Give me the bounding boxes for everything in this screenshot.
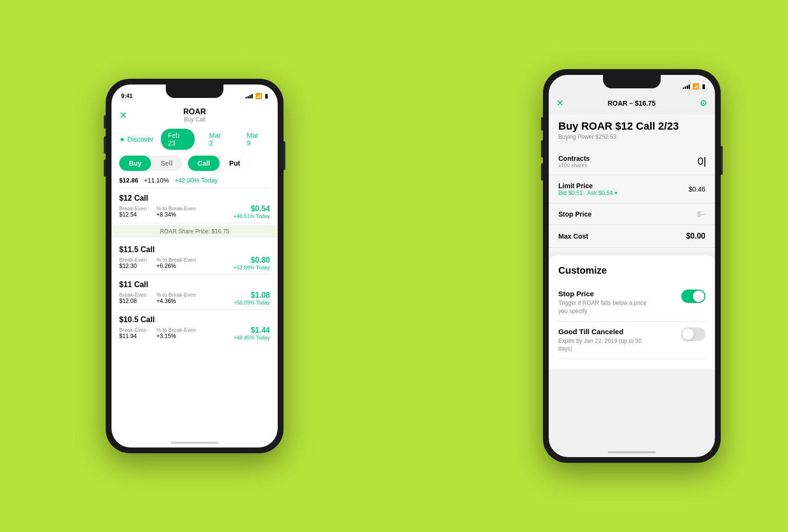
stop-price-row[interactable]: Stop Price $-- <box>549 204 715 225</box>
option-name-11: $11 Call <box>119 280 270 289</box>
gtc-desc: Expire by Jan 22, 2019 (up to 90 days) <box>558 337 654 353</box>
gear-icon[interactable]: ⚙ <box>700 98 707 109</box>
wifi-icon: 📶 <box>255 93 262 99</box>
ticker-name: ROAR <box>183 108 206 116</box>
stop-price-value[interactable]: $-- <box>697 210 705 218</box>
cursor-line <box>704 157 705 167</box>
ticker-subtitle: Buy Call <box>183 116 206 123</box>
breakeven-col-11: Break-Even $12.08 <box>119 292 147 304</box>
option-left-12: Break-Even $12.54 % to Break-Even +8.34% <box>119 206 196 218</box>
status-icons-left: 📶 ▮ <box>246 93 268 99</box>
breakeven-label: Break-Even <box>119 206 147 211</box>
close-icon-right[interactable]: ✕ <box>556 98 564 109</box>
call-button[interactable]: Call <box>188 156 220 171</box>
opt-price-main-12: $0.54 <box>234 205 270 213</box>
price-change-pct: +11.10% <box>144 177 169 184</box>
status-icons-right: 📶 ▮ <box>683 83 705 90</box>
limit-label-group: Limit Price Bid $0.51 · Ask $0.54 ▾ <box>558 182 617 196</box>
close-icon-left[interactable]: ✕ <box>119 109 127 121</box>
tab-mar2[interactable]: Mar 2 <box>202 129 232 150</box>
power-button-right <box>721 146 723 175</box>
stop-price-customize-row: Stop Price Trigger if ROAR falls below a… <box>558 284 705 322</box>
tab-feb23[interactable]: Feb 23 <box>161 129 195 150</box>
option-name-115: $11.5 Call <box>119 245 270 254</box>
option-card-105[interactable]: $10.5 Call Break-Even $11.94 % to Break-… <box>111 310 278 344</box>
limit-price-row[interactable]: Limit Price Bid $0.51 · Ask $0.54 ▾ $0.4… <box>549 175 715 204</box>
pct-col-11: % to Break-Even +4.36% <box>156 292 196 304</box>
stock-price: $12.86 <box>119 177 138 184</box>
toggle-knob-on <box>693 290 704 302</box>
breakeven-val: $12.54 <box>119 211 147 218</box>
option-details-115: Break-Even $12.30 % to Break-Even +6.26%… <box>119 256 270 270</box>
gtc-customize-row: Good Till Canceled Expire by Jan 22, 201… <box>558 322 705 360</box>
form-section: Contracts x100 shares 0 Limit Price Bid … <box>549 148 715 252</box>
option-details-11: Break-Even $12.08 % to Break-Even +4.36%… <box>119 291 270 305</box>
option-left-11: Break-Even $12.08 % to Break-Even +4.36% <box>119 292 196 304</box>
customize-section: Customize Stop Price Trigger if ROAR fal… <box>549 255 715 369</box>
buy-button[interactable]: Buy <box>119 156 151 171</box>
call-put-toggle: Call Put <box>188 156 249 171</box>
star-icon: ★ <box>119 135 125 143</box>
option-name-12: $12 Call <box>119 194 270 203</box>
right-header: ✕ ROAR – $16.75 ⚙ <box>549 94 715 114</box>
discover-tab[interactable]: ★ Discover <box>119 135 153 143</box>
gtc-toggle[interactable] <box>681 327 705 341</box>
gtc-info: Good Till Canceled Expire by Jan 22, 201… <box>558 327 654 353</box>
time-left: 9:41 <box>121 93 133 99</box>
notch <box>166 85 223 98</box>
contracts-row[interactable]: Contracts x100 shares 0 <box>549 148 715 175</box>
pct-col-115: % to Break-Even +6.26% <box>156 257 196 269</box>
option-card-11[interactable]: $11 Call Break-Even $12.08 % to Break-Ev… <box>111 275 278 309</box>
stop-price-customize-label: Stop Price <box>558 290 654 298</box>
breakeven-col-105: Break-Even $11.94 <box>119 327 147 339</box>
stop-price-desc: Trigger if ROAR falls below a price you … <box>558 299 654 315</box>
divider-2 <box>119 223 270 223</box>
customize-title: Customize <box>558 265 705 276</box>
mute-button-right <box>541 117 543 131</box>
wifi-icon-right: 📶 <box>692 83 700 90</box>
roar-header-title: ROAR – $16.75 <box>608 99 656 107</box>
contracts-label: Contracts <box>558 155 590 162</box>
option-toggles: Buy Sell Call Put <box>111 154 278 173</box>
option-name-105: $10.5 Call <box>119 315 270 324</box>
option-price-115: $0.80 +52.88% Today <box>234 256 270 270</box>
tab-mar9[interactable]: Mar 9 <box>240 129 270 150</box>
gtc-label: Good Till Canceled <box>558 327 654 336</box>
toggle-knob-off <box>682 328 694 340</box>
phone-left: 9:41 📶 ▮ ✕ ROAR Buy Call <box>106 79 283 453</box>
max-cost-label: Max Cost <box>558 232 588 240</box>
home-indicator-right <box>608 451 656 453</box>
signal-icon <box>246 94 253 98</box>
limit-price-label: Limit Price <box>558 182 617 190</box>
sell-button[interactable]: Sell <box>151 156 182 171</box>
home-indicator-left <box>171 442 219 444</box>
battery-icon: ▮ <box>265 93 268 99</box>
price-summary-row: $12.86 +11.10% +42.00% Today <box>111 173 278 188</box>
battery-icon-right: ▮ <box>702 83 705 90</box>
pct-col-105: % to Break-Even +3.15% <box>156 327 196 339</box>
option-card-12[interactable]: $12 Call Break-Even $12.54 % to Break-Ev… <box>111 188 278 223</box>
volume-up-right <box>541 140 543 157</box>
discover-label: Discover <box>127 135 153 143</box>
option-price-12: $0.54 +48.61% Today <box>234 205 270 219</box>
max-cost-value: $0.00 <box>686 232 705 241</box>
pct-col: % to Break-Even +8.34% <box>156 206 196 218</box>
contracts-sublabel: x100 shares <box>558 162 590 168</box>
pct-val: +8.34% <box>156 211 196 218</box>
option-details-12: Break-Even $12.54 % to Break-Even +8.34%… <box>119 205 270 219</box>
volume-up-button <box>104 136 106 154</box>
option-price-105: $1.44 +48.45% Today <box>234 326 270 340</box>
buy-sell-toggle: Buy Sell <box>119 156 182 171</box>
bid-ask-row: Bid $0.51 · Ask $0.54 ▾ <box>558 190 617 196</box>
right-screen: 📶 ▮ ✕ ROAR – $16.75 ⚙ Buy ROAR $12 Call … <box>549 75 715 457</box>
chevron-down-icon[interactable]: ▾ <box>615 190 617 196</box>
contracts-input[interactable]: 0 <box>686 155 705 168</box>
put-button[interactable]: Put <box>220 156 250 171</box>
option-card-115[interactable]: $11.5 Call Break-Even $12.30 % to Break-… <box>111 240 278 274</box>
max-cost-row: Max Cost $0.00 <box>549 225 715 248</box>
limit-price-value[interactable]: $0.46 <box>689 185 705 193</box>
option-left-115: Break-Even $12.30 % to Break-Even +6.26% <box>119 257 196 269</box>
stop-price-toggle[interactable] <box>681 290 705 303</box>
option-details-105: Break-Even $11.94 % to Break-Even +3.15%… <box>119 326 270 340</box>
opt-price-sub-12: +48.61% Today <box>234 213 270 219</box>
